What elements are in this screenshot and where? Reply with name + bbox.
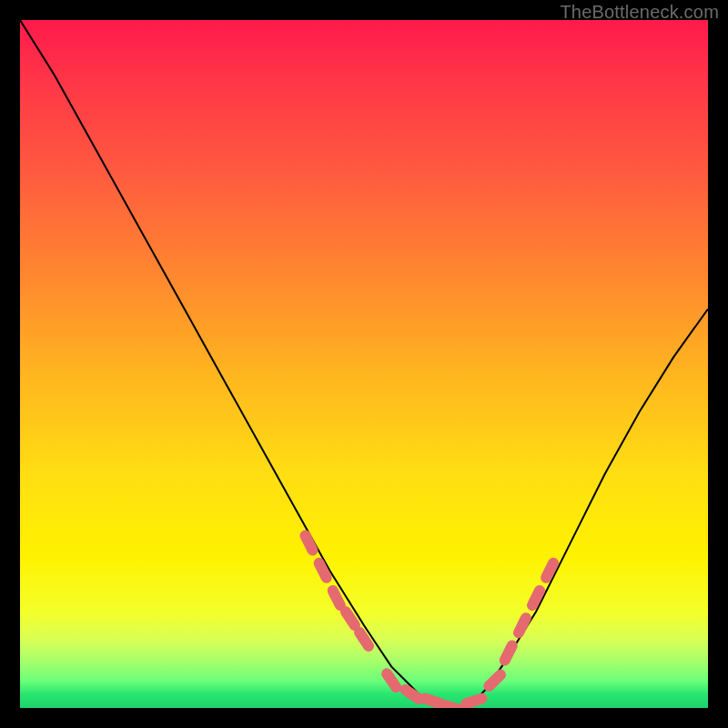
plot-area: [20, 20, 708, 708]
highlight-dot: [546, 563, 553, 578]
highlight-dot: [505, 646, 512, 661]
highlight-dot: [306, 536, 313, 551]
highlight-dot: [446, 705, 461, 708]
highlight-dot: [333, 591, 340, 605]
watermark-text: TheBottleneck.com: [560, 2, 719, 23]
highlight-dot: [359, 632, 369, 646]
highlight-dot: [489, 674, 500, 686]
highlight-dot: [532, 591, 540, 605]
highlight-dot: [466, 699, 481, 704]
bottleneck-curve: [20, 20, 708, 708]
highlight-dot: [519, 618, 526, 632]
highlight-dot: [319, 563, 327, 578]
highlight-dot: [405, 690, 419, 699]
marker-group: [306, 536, 554, 709]
chart-frame: TheBottleneck.com: [0, 0, 728, 728]
highlight-dot: [425, 699, 440, 704]
highlight-dot: [387, 673, 396, 687]
curve-layer: [20, 20, 708, 708]
highlight-dot: [346, 612, 355, 625]
